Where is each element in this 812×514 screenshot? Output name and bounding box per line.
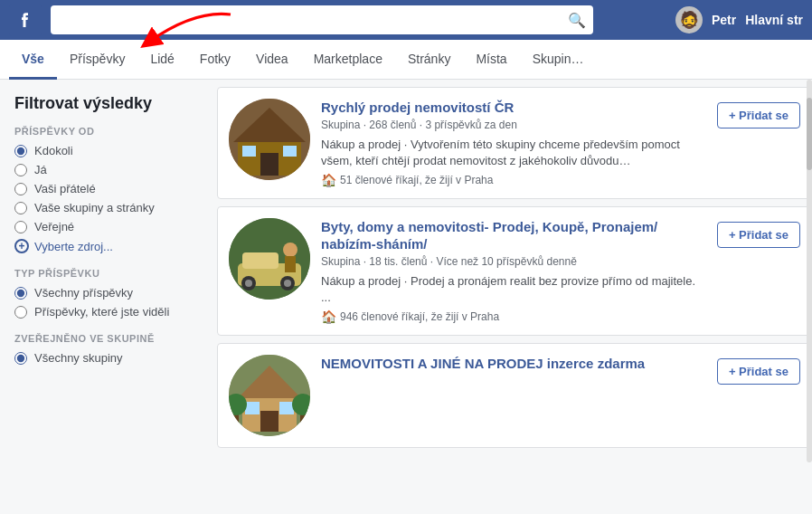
svg-point-14 <box>283 243 297 257</box>
add-button-2[interactable]: + Přidat se <box>717 222 800 248</box>
header-nav-text: Hlavní str <box>745 13 803 27</box>
filter-radio-prispevky-videli[interactable]: Příspěvky, které jste viděli <box>14 305 203 319</box>
sidebar-title: Filtrovat výsledky <box>14 94 203 113</box>
tab-stranky[interactable]: Stránky <box>395 40 463 80</box>
main-layout: Filtrovat výsledky PŘÍSPĚVKY OD Kdokoli … <box>0 80 812 462</box>
filter-section-title-1: PŘÍSPĚVKY OD <box>14 126 203 137</box>
filter-radio-verejne[interactable]: Veřejné <box>14 220 203 233</box>
result-subtitle-2: Skupina · 18 tis. členů · Více než 10 př… <box>321 255 706 268</box>
filter-section-title-3: ZVEŘEJNĚNO VE SKUPINĚ <box>14 333 203 344</box>
svg-rect-5 <box>242 146 256 157</box>
svg-rect-13 <box>242 252 279 269</box>
result-content-3: NEMOVITOSTI A JINÉ NA PRODEJ inzerce zda… <box>321 355 706 375</box>
tab-vse[interactable]: Vše <box>9 40 57 80</box>
result-title-1[interactable]: Rychlý prodej nemovitostí ČR <box>321 99 706 117</box>
result-title-3[interactable]: NEMOVITOSTI A JINÉ NA PRODEJ inzerce zda… <box>321 355 706 373</box>
tab-prispevky[interactable]: Příspěvky <box>57 40 137 80</box>
result-card-2: Byty, domy a nemovitosti- Prodej, Koupě,… <box>217 206 812 336</box>
tab-lide[interactable]: Lidé <box>137 40 186 80</box>
add-button-3[interactable]: + Přidat se <box>717 358 800 385</box>
house-icon-2: 🏠 <box>321 309 336 324</box>
tab-mista[interactable]: Místa <box>463 40 519 80</box>
user-name: Petr <box>712 13 736 27</box>
search-bar[interactable]: prodej nemovitosti 🔍 <box>51 5 593 34</box>
filter-radio-vase-skupiny[interactable]: Vaše skupiny a stránky <box>14 201 203 214</box>
result-subtitle-1: Skupina · 268 členů · 3 příspěvků za den <box>321 119 706 131</box>
result-card-1: Rychlý prodej nemovitostí ČR Skupina · 2… <box>217 87 812 199</box>
results-list: Rychlý prodej nemovitostí ČR Skupina · 2… <box>217 80 812 462</box>
scrollbar-thumb[interactable] <box>807 98 812 170</box>
result-content-1: Rychlý prodej nemovitostí ČR Skupina · 2… <box>321 99 706 187</box>
filter-zverejneno: ZVEŘEJNĚNO VE SKUPINĚ Všechny skupiny <box>14 333 203 365</box>
avatar: 🧔 <box>675 6 703 33</box>
header-right: 🧔 Petr Hlavní str <box>675 6 803 33</box>
search-icon[interactable]: 🔍 <box>568 12 586 29</box>
svg-rect-19 <box>260 411 279 432</box>
result-desc-1: Nákup a prodej · Vytvořením této skupiny… <box>321 137 706 169</box>
tab-videa[interactable]: Videa <box>243 40 301 80</box>
svg-rect-6 <box>283 146 297 157</box>
search-input[interactable]: prodej nemovitosti <box>58 13 568 27</box>
result-thumb-3 <box>229 355 310 436</box>
svg-rect-20 <box>245 402 260 414</box>
svg-point-10 <box>245 280 252 287</box>
result-action-3: + Přidat se <box>717 358 800 385</box>
filter-radio-kdokoli[interactable]: Kdokoli <box>14 144 203 157</box>
sidebar: Filtrovat výsledky PŘÍSPĚVKY OD Kdokoli … <box>0 80 217 462</box>
filter-section-title-2: TYP PŘÍSPĚVKU <box>14 268 203 279</box>
result-thumb-1 <box>229 99 310 180</box>
result-content-2: Byty, domy a nemovitosti- Prodej, Koupě,… <box>321 218 706 324</box>
tab-marketplace[interactable]: Marketplace <box>301 40 395 80</box>
header: prodej nemovitosti 🔍 🧔 Petr Hlavní str <box>0 0 812 40</box>
result-thumb-2 <box>229 218 310 300</box>
scrollbar[interactable] <box>807 80 812 462</box>
svg-rect-4 <box>260 153 279 176</box>
result-location-2: 🏠 946 členové říkají, že žijí v Praha <box>321 309 706 324</box>
tab-skupiny[interactable]: Skupin… <box>520 40 597 80</box>
result-action-1: + Přidat se <box>717 102 800 128</box>
filter-radio-ja[interactable]: Já <box>14 163 203 176</box>
result-action-2: + Přidat se <box>717 222 800 248</box>
house-icon-1: 🏠 <box>321 173 336 187</box>
svg-point-12 <box>284 280 291 287</box>
results-wrapper: Rychlý prodej nemovitostí ČR Skupina · 2… <box>217 80 812 462</box>
filter-typ-prispevku: TYP PŘÍSPĚVKU Všechny příspěvky Příspěvk… <box>14 268 203 319</box>
filter-radio-vsechny-prispevky[interactable]: Všechny příspěvky <box>14 286 203 300</box>
filter-prispevky-od: PŘÍSPĚVKY OD Kdokoli Já Vaši přátelé Vaš… <box>14 126 203 253</box>
facebook-logo[interactable] <box>9 4 42 36</box>
filter-radio-vsechny-skupiny[interactable]: Všechny skupiny <box>14 351 203 365</box>
svg-rect-15 <box>285 256 296 272</box>
result-desc-2: Nákup a prodej · Prodej a pronájem reali… <box>321 273 706 306</box>
filter-vyberte-zdroj[interactable]: + Vyberte zdroj... <box>14 239 203 253</box>
plus-icon: + <box>14 239 29 253</box>
add-button-1[interactable]: + Přidat se <box>717 102 800 128</box>
result-title-2[interactable]: Byty, domy a nemovitosti- Prodej, Koupě,… <box>321 218 706 253</box>
svg-rect-21 <box>279 402 294 414</box>
nav-tabs: Vše Příspěvky Lidé Fotky Videa Marketpla… <box>0 40 812 80</box>
result-card-3: NEMOVITOSTI A JINÉ NA PRODEJ inzerce zda… <box>217 343 812 448</box>
result-location-1: 🏠 51 členové říkají, že žijí v Praha <box>321 173 706 187</box>
filter-radio-vasi-pratele[interactable]: Vaši přátelé <box>14 182 203 195</box>
tab-fotky[interactable]: Fotky <box>187 40 243 80</box>
